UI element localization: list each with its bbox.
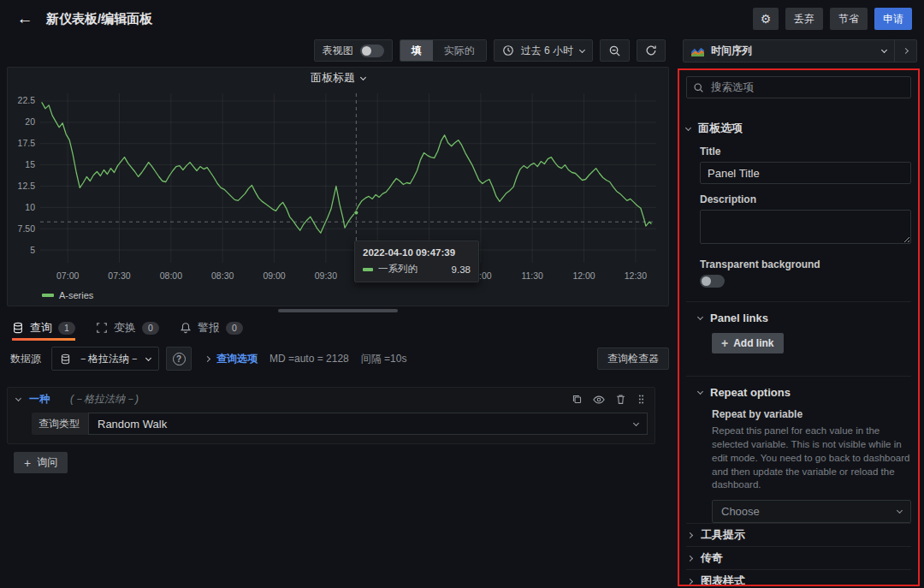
panel-title-input[interactable] — [700, 162, 911, 184]
options-pane: 全部 覆盖 面板选项 Title Description Transparent… — [678, 68, 920, 586]
panel-settings-button[interactable]: ⚙ — [753, 8, 779, 30]
chevron-down-icon — [145, 354, 151, 360]
chevron-right-icon — [903, 48, 909, 54]
refresh-button[interactable] — [637, 39, 666, 62]
panel-options-title: 面板选项 — [698, 121, 743, 136]
section-tooltip[interactable]: 工具提示 — [686, 523, 911, 546]
svg-text:10: 10 — [25, 202, 35, 212]
chevron-down-icon — [360, 74, 366, 80]
chevron-right-icon — [687, 579, 693, 585]
chevron-right-icon — [687, 555, 693, 561]
panel-options-header[interactable]: 面板选项 — [686, 121, 911, 136]
drag-dots-icon — [637, 394, 646, 405]
save-button[interactable]: 节省 — [830, 8, 868, 30]
plus-icon: + — [721, 336, 728, 350]
query-type-select[interactable]: Random Walk — [88, 413, 648, 435]
database-icon — [12, 322, 24, 334]
header-actions: ⚙ 丢弃 节省 申请 — [753, 8, 912, 30]
table-view-switch[interactable] — [360, 45, 384, 57]
datasource-value: －格拉法纳－ — [78, 352, 139, 366]
section-panel-links: Panel links + Add link — [686, 301, 911, 362]
svg-text:07:30: 07:30 — [108, 270, 130, 281]
editor-tabs: 查询 1 变换 0 警报 0 — [7, 315, 669, 341]
section-legend-label: 传奇 — [701, 550, 723, 566]
query-row-actions — [572, 394, 646, 406]
panel-description-input[interactable] — [700, 210, 911, 244]
query-options-toggle[interactable]: 查询选项 — [205, 352, 258, 366]
refresh-icon — [645, 45, 657, 56]
tab-alert[interactable]: 警报 0 — [180, 315, 243, 341]
tab-alert-count: 0 — [226, 322, 243, 335]
copy-icon — [572, 394, 583, 405]
options-search — [686, 76, 911, 98]
panel-links-header[interactable]: Panel links — [698, 312, 911, 324]
time-range-picker[interactable]: 过去 6 小时 — [494, 39, 593, 62]
fill-option[interactable]: 填 — [400, 40, 433, 61]
repeat-options-header[interactable]: Repeat options — [698, 386, 911, 399]
collapsed-sections: 工具提示 传奇 图表样式 轴 标准选项 — [686, 523, 911, 586]
section-graph-styles[interactable]: 图表样式 — [686, 569, 911, 586]
visualization-picker: 时间序列 — [683, 39, 917, 62]
query-row-body: 查询类型 Random Walk — [8, 411, 654, 443]
tooltip-timestamp: 2022-04-10 09:47:39 — [363, 247, 471, 258]
query-options-md: MD =auto = 2128 — [270, 353, 349, 365]
table-view-toggle[interactable]: 表视图 — [314, 39, 393, 62]
timeseries-chart[interactable]: 22.52017.51512.5107.50507:0007:3008:0008… — [8, 88, 668, 287]
add-query-button[interactable]: + 询问 — [14, 452, 68, 473]
panel-preview: 面板标题 22.52017.51512.5107.50507:0007:3008… — [7, 67, 669, 306]
timeseries-viz-icon — [691, 45, 704, 56]
zoom-out-icon — [608, 45, 621, 57]
table-view-label: 表视图 — [323, 44, 353, 58]
svg-text:09:00: 09:00 — [263, 270, 285, 281]
repeat-variable-select[interactable]: Choose — [712, 500, 911, 523]
pane-size-switcher: 填 实际的 — [400, 39, 487, 62]
zoom-out-button[interactable] — [600, 39, 630, 62]
delete-query-button[interactable] — [615, 394, 626, 406]
visualization-select[interactable]: 时间序列 — [684, 40, 894, 62]
section-legend[interactable]: 传奇 — [686, 546, 911, 569]
tooltip-value: 9.38 — [452, 264, 471, 275]
legend-label[interactable]: A-series — [59, 290, 93, 300]
duplicate-query-button[interactable] — [572, 394, 583, 406]
panel-links-title: Panel links — [710, 312, 768, 324]
back-button[interactable]: ← — [12, 6, 38, 32]
query-inspector-button[interactable]: 查询检查器 — [597, 347, 669, 370]
repeat-options-title: Repeat options — [710, 386, 791, 399]
pane-resize-handle[interactable] — [278, 309, 398, 312]
svg-text:07:00: 07:00 — [56, 270, 79, 281]
add-link-label: Add link — [733, 337, 773, 349]
transparent-bg-toggle[interactable] — [700, 275, 725, 288]
eye-icon — [593, 394, 605, 406]
query-row-header[interactable]: 一种 (－格拉法纳－) — [8, 388, 654, 411]
page-title: 新仪表板/编辑面板 — [46, 11, 152, 27]
actual-option[interactable]: 实际的 — [433, 40, 486, 61]
apply-button[interactable]: 申请 — [874, 8, 912, 30]
tab-query[interactable]: 查询 1 — [12, 315, 75, 341]
chevron-right-icon — [687, 532, 693, 538]
drag-query-handle[interactable] — [637, 394, 646, 406]
datasource-select[interactable]: －格拉法纳－ — [51, 347, 159, 371]
disable-query-button[interactable] — [593, 394, 605, 406]
section-panel-options: 面板选项 Title Description Transparent backg… — [686, 121, 911, 288]
svg-text:12.5: 12.5 — [18, 181, 36, 191]
collapse-options-button[interactable] — [894, 40, 916, 62]
datasource-help-button[interactable]: ? — [166, 347, 192, 371]
bell-icon — [180, 322, 192, 334]
visualization-value: 时间序列 — [711, 44, 875, 58]
gear-icon: ⚙ — [761, 12, 772, 26]
query-refid[interactable]: 一种 — [29, 392, 50, 407]
tab-transform[interactable]: 变换 0 — [96, 315, 159, 341]
query-type-value: Random Walk — [98, 418, 167, 431]
discard-button[interactable]: 丢弃 — [785, 8, 823, 30]
tab-query-count: 1 — [58, 322, 75, 335]
add-link-button[interactable]: + Add link — [712, 333, 784, 353]
title-field-label: Title — [700, 146, 911, 157]
panel-title-menu[interactable]: 面板标题 — [8, 68, 668, 88]
options-search-input[interactable] — [686, 76, 911, 98]
chevron-down-icon — [697, 389, 703, 395]
svg-text:17.5: 17.5 — [18, 138, 36, 148]
tab-query-label: 查询 — [30, 320, 52, 336]
svg-text:08:30: 08:30 — [211, 270, 234, 281]
transform-icon — [96, 322, 108, 334]
database-icon — [60, 353, 71, 365]
